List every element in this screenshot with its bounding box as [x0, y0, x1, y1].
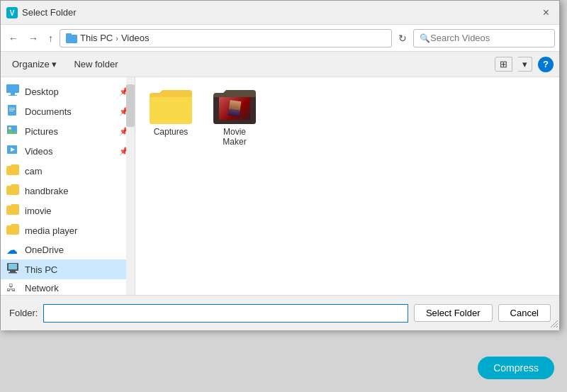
path-thispc: This PC	[80, 33, 113, 43]
help-button[interactable]: ?	[538, 57, 554, 72]
sidebar-item-onedrive[interactable]: ☁ OneDrive	[1, 240, 135, 259]
search-icon: 🔍	[420, 33, 430, 43]
svg-rect-5	[11, 93, 15, 95]
path-videos: Videos	[121, 33, 150, 43]
sidebar-item-documents[interactable]: Documents 📌	[1, 101, 135, 121]
folder-item-movie-maker[interactable]: Movie Maker	[206, 84, 263, 151]
svg-rect-17	[9, 264, 17, 269]
back-button[interactable]: ←	[5, 31, 22, 45]
compress-button[interactable]: Compress	[478, 357, 554, 379]
address-path[interactable]: This PC › Videos	[60, 29, 392, 47]
captures-label: Captures	[154, 127, 189, 137]
sidebar-scrollbar-thumb	[126, 84, 135, 127]
this-pc-icon	[6, 262, 21, 276]
cancel-button[interactable]: Cancel	[498, 304, 551, 322]
svg-rect-6	[9, 95, 17, 96]
svg-rect-19	[9, 272, 17, 274]
svg-rect-7	[8, 105, 16, 116]
search-input[interactable]	[430, 33, 544, 43]
movie-maker-folder-icon	[213, 89, 256, 124]
sidebar-pictures-label: Pictures	[25, 126, 115, 137]
title-bar: V Select Folder ×	[1, 1, 559, 25]
svg-rect-2	[66, 35, 77, 43]
path-separator-1: ›	[116, 34, 118, 43]
svg-rect-18	[10, 271, 16, 272]
organize-label: Organize	[12, 59, 50, 69]
sidebar-imovie-label: imovie	[25, 206, 129, 216]
close-button[interactable]: ×	[539, 5, 554, 21]
new-folder-button[interactable]: New folder	[68, 57, 123, 72]
dialog-title: Select Folder	[22, 7, 77, 18]
media-player-folder-icon	[6, 223, 21, 237]
sidebar-item-this-pc[interactable]: This PC	[1, 259, 135, 279]
organize-button[interactable]: Organize ▾	[6, 57, 62, 72]
movie-maker-label: Movie Maker	[210, 127, 259, 147]
address-bar: ← → ↑ This PC › Videos ↻ 🔍	[1, 25, 559, 52]
sidebar-item-network[interactable]: 🖧 Network	[1, 279, 135, 295]
search-box: 🔍	[413, 29, 555, 47]
svg-rect-10	[9, 111, 13, 111]
file-area: Captures	[135, 77, 559, 295]
svg-rect-3	[66, 33, 72, 35]
resize-handle-icon	[549, 319, 559, 329]
content-area: Desktop 📌 Documents 📌	[1, 77, 559, 295]
sidebar-item-cam[interactable]: cam	[1, 161, 135, 181]
imovie-folder-icon	[6, 203, 21, 218]
sidebar-scrollbar[interactable]	[126, 77, 135, 295]
sidebar-network-label: Network	[25, 283, 129, 293]
sidebar-onedrive-label: OneDrive	[25, 245, 129, 255]
videos-icon	[6, 144, 21, 158]
sidebar-item-imovie[interactable]: imovie	[1, 201, 135, 220]
svg-rect-8	[9, 108, 15, 108]
bottom-bar: Folder: Select Folder Cancel	[1, 295, 559, 330]
sidebar: Desktop 📌 Documents 📌	[1, 77, 135, 295]
view-arrow-button[interactable]: ▾	[518, 57, 532, 72]
svg-point-12	[9, 127, 11, 130]
toolbar: Organize ▾ New folder ⊞ ▾ ?	[1, 52, 559, 77]
sidebar-item-desktop[interactable]: Desktop 📌	[1, 82, 135, 101]
folder-label: Folder:	[9, 308, 38, 318]
svg-rect-9	[9, 109, 15, 110]
sidebar-item-videos[interactable]: Videos 📌	[1, 141, 135, 161]
sidebar-videos-label: Videos	[25, 146, 115, 157]
desktop-icon	[6, 84, 21, 99]
resize-handle[interactable]	[549, 319, 559, 329]
svg-text:V: V	[10, 9, 15, 17]
captures-folder-icon	[150, 89, 192, 124]
app-icon: V	[6, 7, 18, 18]
sidebar-item-pictures[interactable]: Pictures 📌	[1, 121, 135, 141]
refresh-button[interactable]: ↻	[395, 31, 410, 45]
forward-button[interactable]: →	[25, 31, 42, 45]
sidebar-item-handbrake[interactable]: handbrake	[1, 181, 135, 201]
folder-item-captures[interactable]: Captures	[142, 84, 199, 151]
svg-rect-4	[6, 84, 19, 93]
sidebar-desktop-label: Desktop	[25, 86, 115, 97]
sidebar-handbrake-label: handbrake	[25, 186, 129, 196]
folder-path-icon	[66, 33, 77, 44]
sidebar-documents-label: Documents	[25, 106, 115, 117]
onedrive-icon: ☁	[6, 243, 21, 257]
folder-input[interactable]	[43, 304, 408, 323]
svg-line-22	[556, 326, 558, 327]
view-button[interactable]: ⊞	[495, 57, 512, 72]
select-folder-dialog: V Select Folder × ← → ↑ This PC › Videos…	[0, 0, 560, 330]
sidebar-media-player-label: media player	[25, 225, 129, 236]
sidebar-this-pc-label: This PC	[25, 264, 129, 275]
sidebar-item-media-player[interactable]: media player	[1, 220, 135, 240]
documents-icon	[6, 104, 21, 118]
up-button[interactable]: ↑	[45, 31, 57, 45]
organize-arrow-icon: ▾	[52, 59, 57, 69]
handbrake-folder-icon	[6, 184, 21, 198]
sidebar-cam-label: cam	[25, 166, 129, 177]
select-folder-button[interactable]: Select Folder	[414, 304, 493, 322]
network-icon: 🖧	[6, 282, 21, 293]
title-bar-left: V Select Folder	[6, 7, 77, 18]
pictures-icon	[6, 124, 21, 138]
cam-folder-icon	[6, 164, 21, 178]
